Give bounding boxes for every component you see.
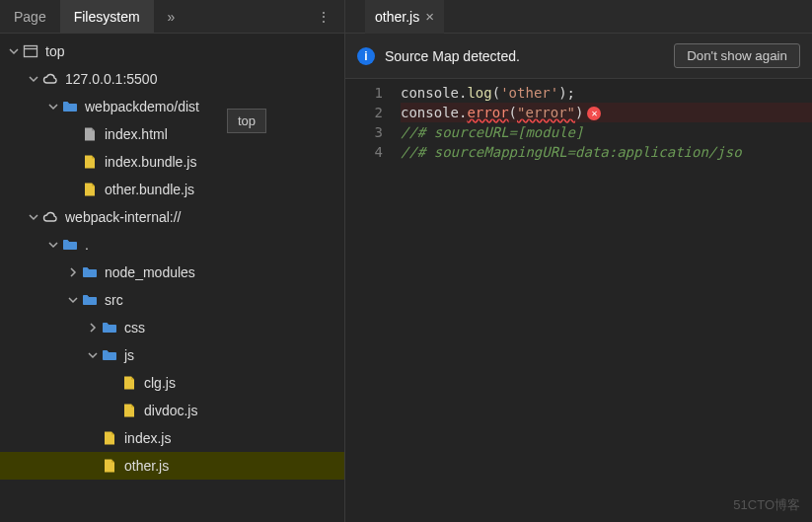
file-tab-other-js[interactable]: other.js × <box>365 0 444 34</box>
tree-item-label: index.js <box>124 430 171 446</box>
window-icon <box>22 42 39 60</box>
arrow-spacer <box>67 156 79 168</box>
tree-item-label: other.bundle.js <box>105 182 194 197</box>
more-menu-icon[interactable]: ⋮ <box>303 9 344 25</box>
tree-item-dist[interactable]: webpackdemo/dist <box>0 93 344 120</box>
tree-item-css[interactable]: css <box>0 314 344 341</box>
tree-item-indexhtml[interactable]: index.html <box>0 120 344 148</box>
folder-icon <box>101 319 118 336</box>
arrow-spacer <box>67 184 79 195</box>
tab-filesystem[interactable]: Filesystem <box>60 0 154 34</box>
dont-show-again-button[interactable]: Don't show again <box>674 43 800 68</box>
tree-item-otherbundle[interactable]: other.bundle.js <box>0 176 344 203</box>
chevron-right-icon[interactable] <box>67 266 79 278</box>
arrow-spacer <box>87 432 99 444</box>
tree-item-label: webpack-internal:// <box>65 209 182 225</box>
code-line: console.log('other'); <box>401 83 812 103</box>
file-js-icon <box>81 153 99 171</box>
tree-item-label: top <box>45 43 64 59</box>
tree-item-indexjs[interactable]: index.js <box>0 424 344 452</box>
watermark: 51CTO博客 <box>733 496 800 514</box>
file-js-icon <box>120 402 138 419</box>
cloud-icon <box>41 208 59 226</box>
folder-icon <box>101 346 118 364</box>
file-js-icon <box>81 181 99 198</box>
arrow-spacer <box>107 377 118 389</box>
arrow-spacer <box>67 128 79 140</box>
tree-item-indexbundle[interactable]: index.bundle.js <box>0 148 344 176</box>
tab-overflow[interactable]: » <box>154 0 189 34</box>
chevron-down-icon[interactable] <box>8 45 20 57</box>
file-grey-icon <box>81 125 99 143</box>
folder-icon <box>81 263 99 281</box>
file-tree: top127.0.0.1:5500webpackdemo/distindex.h… <box>0 34 344 522</box>
tree-item-label: src <box>105 292 123 308</box>
tree-item-label: . <box>85 237 89 253</box>
tree-item-label: divdoc.js <box>144 403 197 418</box>
tree-item-label: index.html <box>105 126 168 142</box>
tab-page[interactable]: Page <box>0 0 60 34</box>
line-gutter: 1 2 3 4 <box>345 79 393 522</box>
svg-rect-0 <box>25 46 37 57</box>
tree-item-label: js <box>124 347 134 363</box>
tree-item-label: index.bundle.js <box>105 154 196 170</box>
infobar: i Source Map detected. Don't show again <box>345 34 812 79</box>
close-icon[interactable]: × <box>425 9 434 24</box>
editor-tabs: other.js × <box>345 0 812 34</box>
file-tab-label: other.js <box>375 9 419 25</box>
chevron-down-icon[interactable] <box>67 294 79 306</box>
tree-item-host[interactable]: 127.0.0.1:5500 <box>0 65 344 93</box>
tree-item-label: 127.0.0.1:5500 <box>65 71 157 87</box>
arrow-spacer <box>87 460 99 472</box>
tree-item-label: css <box>124 320 145 336</box>
tree-item-top[interactable]: top <box>0 37 344 65</box>
file-js-icon <box>101 457 118 475</box>
tree-item-label: webpackdemo/dist <box>85 99 199 114</box>
code-line: //# sourceMappingURL=data:application/js… <box>401 142 812 162</box>
tree-item-label: other.js <box>124 458 169 474</box>
chevron-right-icon[interactable] <box>87 322 99 334</box>
infobar-message: Source Map detected. <box>385 48 520 64</box>
chevron-down-icon[interactable] <box>47 239 59 251</box>
chevron-down-icon[interactable] <box>47 101 59 112</box>
tree-item-divdoc[interactable]: divdoc.js <box>0 397 344 424</box>
error-badge-icon[interactable]: ✕ <box>587 107 601 120</box>
folder-icon <box>61 98 79 115</box>
chevron-down-icon[interactable] <box>87 349 99 361</box>
cloud-icon <box>41 70 59 88</box>
tree-item-src[interactable]: src <box>0 286 344 314</box>
info-icon: i <box>357 47 375 65</box>
tree-item-dot[interactable]: . <box>0 231 344 259</box>
file-js-icon <box>120 374 138 392</box>
tree-item-js[interactable]: js <box>0 341 344 369</box>
chevron-down-icon[interactable] <box>28 211 39 223</box>
folder-icon <box>61 236 79 254</box>
arrow-spacer <box>107 405 118 416</box>
main-panel: other.js × i Source Map detected. Don't … <box>345 0 812 522</box>
chevron-down-icon[interactable] <box>28 73 39 85</box>
code-editor[interactable]: 1 2 3 4 console.log('other'); console.er… <box>345 79 812 522</box>
sidebar: Page Filesystem » ⋮ top127.0.0.1:5500web… <box>0 0 345 522</box>
tree-item-label: node_modules <box>105 264 195 280</box>
tree-item-clg[interactable]: clg.js <box>0 369 344 397</box>
tree-item-nodemod[interactable]: node_modules <box>0 259 344 286</box>
tree-item-wpi[interactable]: webpack-internal:// <box>0 203 344 231</box>
folder-icon <box>81 291 99 309</box>
sidebar-tabs: Page Filesystem » ⋮ <box>0 0 344 34</box>
tree-item-label: clg.js <box>144 375 176 391</box>
tree-item-otherjs[interactable]: other.js <box>0 452 344 480</box>
code-line-error: console.error("error")✕ <box>401 103 812 122</box>
code-line: //# sourceURL=[module] <box>401 122 812 142</box>
code-content: console.log('other'); console.error("err… <box>393 79 812 522</box>
file-js-icon <box>101 429 118 447</box>
